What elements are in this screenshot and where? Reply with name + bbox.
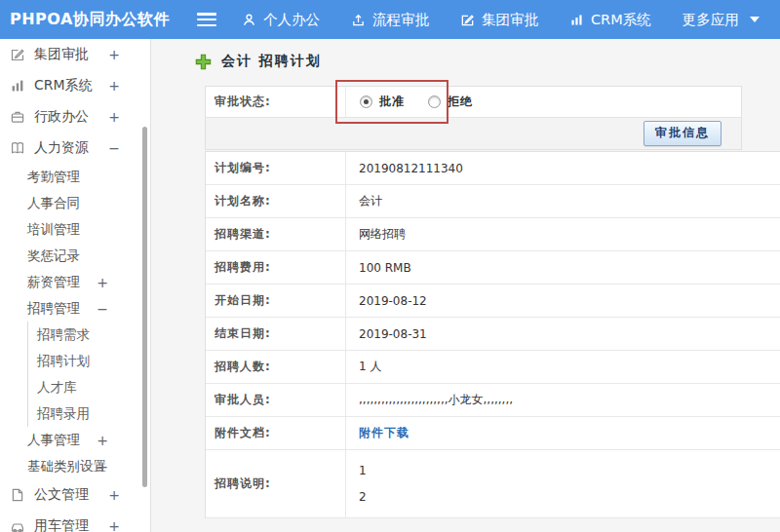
sidebar-item-label: 人事管理 [27,432,80,449]
sidebar-item-recruit-plan[interactable]: 招聘计划 [27,348,150,374]
sidebar-item-personnel[interactable]: 人事管理 + [0,427,150,453]
sidebar-item-hr-contract[interactable]: 人事合同 [0,190,150,216]
field-value: 20190812111340 [346,152,780,184]
edit-square-icon [10,47,25,62]
nav-item-label: CRM系统 [591,11,651,29]
page-title: 会计 招聘计划 [221,53,322,70]
expand-icon[interactable]: + [97,275,108,290]
nav-item-group-approval[interactable]: 集团审批 [460,11,538,29]
nav-item-more-apps[interactable]: 更多应用 [682,11,760,29]
approval-status-label: 审批状态: [206,87,346,117]
radio-option[interactable]: 批准 [360,94,405,110]
field-value: 附件下载 [346,417,780,449]
field-row: 招聘说明: 12 [206,450,780,518]
approval-info-button[interactable]: 审批信息 [644,121,722,146]
sidebar-item-rewards[interactable]: 奖惩记录 [0,243,150,269]
radio-button-icon[interactable] [428,95,441,108]
nav-item-crm-system[interactable]: CRM系统 [569,11,651,29]
expand-icon[interactable]: + [108,78,120,94]
nav-item-label: 更多应用 [682,11,739,29]
bar-chart-icon [10,78,25,94]
sidebar-item-label: 集团审批 [34,46,89,63]
sidebar-item-label: 基础类别设置 [27,458,106,475]
sidebar-item-human-resources[interactable]: 人力资源 − [0,133,150,164]
nav-item-label: 个人办公 [263,11,320,29]
user-icon [242,13,256,27]
sidebar-item-label: 用车管理 [34,517,89,532]
sidebar-item-recruitment[interactable]: 招聘管理 − [0,295,150,322]
sidebar-item-vehicles[interactable]: 用车管理 + [0,511,150,532]
approval-status-row: 审批状态: 批准 拒绝 [206,87,741,118]
approval-panel: 审批状态: 批准 拒绝 审批信息 [205,86,742,150]
sidebar-item-label: 招聘需求 [37,326,90,344]
main-content: 会计 招聘计划 审批状态: 批准 拒绝 审批信息 计划编号: 201908121… [152,39,780,532]
expand-icon[interactable]: + [108,47,120,62]
sidebar-scrollbar[interactable] [142,127,147,487]
sidebar-item-admin-office[interactable]: 行政办公 + [0,101,150,133]
sidebar-item-group-approval[interactable]: 集团审批 + [0,39,150,70]
field-value: ,,,,,,,,,,,,,,,,,,,,,,,,小龙女,,,,,,,, [346,384,780,416]
field-label: 开始日期: [206,285,346,317]
field-value: 网络招聘 [346,218,780,250]
nav-item-label: 流程审批 [372,11,429,29]
field-row: 审批人员: ,,,,,,,,,,,,,,,,,,,,,,,,小龙女,,,,,,,… [206,384,780,417]
field-value-line: 2 [359,490,367,504]
approval-button-row: 审批信息 [206,118,741,149]
expand-icon[interactable]: + [97,459,108,475]
sidebar-item-crm-system[interactable]: CRM系统 + [0,70,150,101]
sidebar-item-label: 招聘管理 [27,300,80,318]
field-row: 结束日期: 2019-08-31 [206,318,780,351]
field-value-line: 1 [359,464,367,477]
menu-toggle-icon[interactable] [197,13,216,26]
field-value: 会计 [346,185,780,217]
radio-option-label: 批准 [379,94,405,110]
book-icon [10,140,25,156]
field-value: 2019-08-31 [346,318,780,350]
sidebar-item-label: 人事合同 [27,195,80,212]
field-label: 招聘渠道: [206,218,346,250]
sidebar-item-training[interactable]: 培训管理 [0,216,150,243]
sidebar-item-label: 招聘计划 [37,353,90,370]
plan-detail-table: 计划编号: 20190812111340 计划名称: 会计 招聘渠道: 网络招聘… [205,151,780,518]
page-title-row: 会计 招聘计划 [195,53,322,70]
sidebar-item-label: 行政办公 [34,108,89,126]
document-icon [10,487,25,503]
expand-icon[interactable]: + [108,518,120,532]
add-icon [195,54,212,70]
sidebar-item-documents[interactable]: 公文管理 + [0,479,150,511]
field-label: 计划编号: [206,152,346,184]
nav-item-personal-office[interactable]: 个人办公 [242,11,320,29]
app-logo: PHPOA协同办公软件 [0,10,172,30]
attachment-download-link[interactable]: 附件下载 [359,425,410,441]
expand-icon[interactable]: + [108,487,120,503]
sidebar-item-label: 考勤管理 [27,169,80,186]
field-value: 12 [346,450,780,517]
nav-item-process-approval[interactable]: 流程审批 [351,11,429,29]
sidebar-item-attendance[interactable]: 考勤管理 [0,164,150,190]
briefcase-icon [10,109,25,125]
field-value: 1 人 [346,351,780,383]
sidebar-item-label: 人力资源 [34,139,89,157]
sidebar-item-recruit-demand[interactable]: 招聘需求 [27,322,150,348]
radio-button-icon[interactable] [360,95,372,108]
sidebar-item-label: CRM系统 [34,77,93,95]
sidebar-item-label: 薪资管理 [27,274,80,291]
sidebar-item-talent-pool[interactable]: 人才库 [27,374,150,400]
field-label: 审批人员: [206,384,346,416]
field-row: 计划名称: 会计 [206,185,780,218]
field-value: 2019-08-12 [346,285,780,317]
radio-option[interactable]: 拒绝 [428,94,473,110]
sidebar-item-label: 招聘录用 [37,405,90,423]
field-label: 招聘人数: [206,351,346,383]
sidebar-item-salary[interactable]: 薪资管理 + [0,269,150,295]
expand-icon[interactable]: + [97,433,108,448]
field-row: 招聘费用: 100 RMB [206,251,780,285]
sidebar-item-base-category[interactable]: 基础类别设置 + [0,453,150,479]
field-row: 招聘人数: 1 人 [206,351,780,384]
radio-option-label: 拒绝 [448,94,473,110]
expand-icon[interactable]: + [108,109,120,125]
sidebar-item-recruit-hire[interactable]: 招聘录用 [27,400,150,427]
bar-chart-icon [569,13,584,27]
collapse-icon[interactable]: − [108,140,120,156]
collapse-icon[interactable]: − [97,301,108,317]
